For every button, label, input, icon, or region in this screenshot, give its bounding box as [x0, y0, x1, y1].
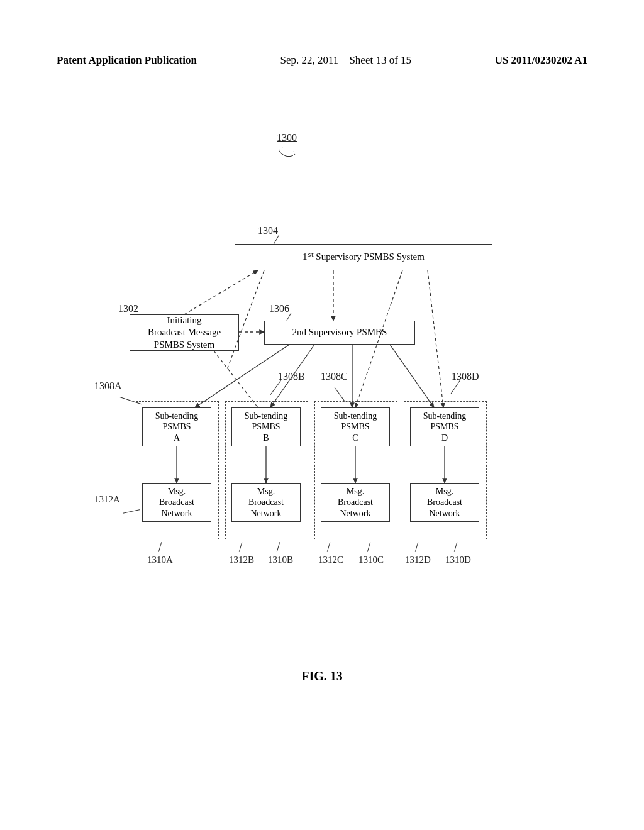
second-supervisory-box: 2nd Supervisory PSMBS — [264, 321, 415, 345]
initiating-label: Initiating Broadcast Message PSMBS Syste… — [148, 314, 221, 351]
hook-1300-icon — [278, 143, 295, 160]
msg-network-d-label: Msg. Broadcast Network — [427, 486, 462, 519]
subtending-c-label: Sub-tending PSMBS C — [334, 411, 377, 444]
second-supervisory-label: 2nd Supervisory PSMBS — [292, 326, 387, 339]
leader-tick-icon — [277, 542, 280, 552]
svg-line-4 — [428, 270, 443, 407]
ref-1310C: 1310C — [358, 555, 384, 565]
msg-network-a-box: Msg. Broadcast Network — [142, 483, 211, 522]
leader-tick-icon — [367, 542, 370, 552]
leader-line-icon — [335, 380, 355, 402]
msg-network-c-label: Msg. Broadcast Network — [338, 486, 373, 519]
ref-1310B: 1310B — [268, 555, 293, 565]
header-date: Sep. 22, 2011 — [280, 54, 339, 66]
msg-network-a-label: Msg. Broadcast Network — [159, 486, 194, 519]
ref-1302: 1302 — [118, 303, 138, 314]
ref-1312B: 1312B — [229, 555, 254, 565]
figure-label: FIG. 13 — [0, 669, 644, 683]
leader-line-icon — [450, 380, 470, 401]
first-supervisory-box: 1ˢᵗ Supervisory PSMBS System — [235, 244, 492, 270]
leader-tick-icon — [239, 542, 242, 552]
msg-network-c-box: Msg. Broadcast Network — [321, 483, 390, 522]
svg-line-9 — [390, 345, 434, 407]
ref-1300: 1300 — [277, 132, 297, 143]
leader-line-icon — [270, 380, 291, 402]
ref-1312D: 1312D — [405, 555, 431, 565]
leader-tick-icon — [454, 542, 457, 552]
leader-tick-icon — [327, 542, 330, 552]
ref-1310A: 1310A — [147, 555, 173, 565]
header-docnum: US 2011/0230202 A1 — [495, 54, 587, 67]
subtending-b-label: Sub-tending PSMBS B — [245, 411, 287, 444]
ref-1310D: 1310D — [445, 555, 471, 565]
ref-1304: 1304 — [258, 225, 278, 236]
first-supervisory-label: 1ˢᵗ Supervisory PSMBS System — [303, 251, 425, 263]
page-header: Patent Application Publication Sep. 22, … — [0, 54, 644, 67]
initiating-box: Initiating Broadcast Message PSMBS Syste… — [130, 314, 239, 351]
subtending-c-box: Sub-tending PSMBS C — [321, 407, 390, 446]
ref-1312C: 1312C — [318, 555, 343, 565]
subtending-d-label: Sub-tending PSMBS D — [423, 411, 466, 444]
ref-1308A: 1308A — [94, 380, 122, 392]
ref-1308B: 1308B — [278, 371, 305, 382]
header-center: Sep. 22, 2011 Sheet 13 of 15 — [280, 54, 412, 67]
header-sheet: Sheet 13 of 15 — [349, 54, 411, 66]
ref-1312A: 1312A — [94, 494, 120, 505]
msg-network-d-box: Msg. Broadcast Network — [410, 483, 479, 522]
ref-1308D: 1308D — [452, 371, 479, 382]
subtending-a-label: Sub-tending PSMBS A — [155, 411, 198, 444]
header-left: Patent Application Publication — [57, 54, 197, 67]
subtending-b-box: Sub-tending PSMBS B — [231, 407, 301, 446]
msg-network-b-label: Msg. Broadcast Network — [248, 486, 284, 519]
ref-1306: 1306 — [269, 303, 289, 314]
leader-tick-icon — [415, 542, 418, 552]
msg-network-b-box: Msg. Broadcast Network — [231, 483, 301, 522]
diagram: 1300 1304 1ˢᵗ Supervisory PSMBS System 1… — [75, 132, 579, 604]
svg-line-10 — [214, 351, 258, 407]
svg-line-0 — [184, 270, 258, 314]
leader-tick-icon — [158, 542, 162, 552]
subtending-d-box: Sub-tending PSMBS D — [410, 407, 479, 446]
subtending-a-box: Sub-tending PSMBS A — [142, 407, 211, 446]
